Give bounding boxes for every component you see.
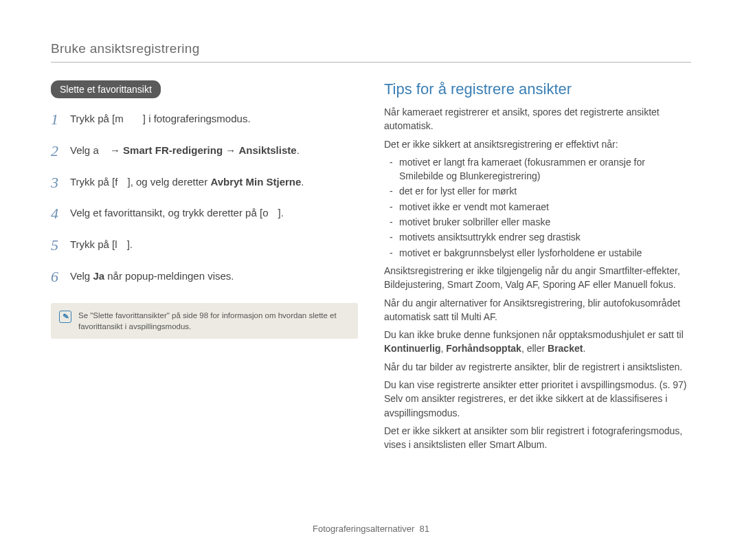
content-columns: Slette et favorittansikt 1 Trykk på [m] … xyxy=(51,80,691,456)
step-5: 5 Trykk på [l]. xyxy=(51,235,358,256)
step-number: 5 xyxy=(51,235,70,256)
step-number: 2 xyxy=(51,141,70,162)
section-header: Bruke ansiktsregistrering xyxy=(51,41,691,56)
step-number: 3 xyxy=(51,172,70,194)
tips-heading: Tips for å registrere ansikter xyxy=(384,80,691,98)
list-item: motivet er bakgrunnsbelyst eller lysforh… xyxy=(390,246,691,260)
tips-paragraph: Når kameraet registrerer et ansikt, spor… xyxy=(384,105,691,133)
step-number: 6 xyxy=(51,267,70,288)
step-text: Velg et favorittansikt, og trykk derette… xyxy=(70,203,284,220)
step-text: Velg Ja når popup-meldingen vises. xyxy=(70,267,234,283)
list-item: motivet bruker solbriller eller maske xyxy=(390,215,691,229)
tips-paragraph: Det er ikke sikkert at ansikter som blir… xyxy=(384,424,691,452)
step-3: 3 Trykk på [f], og velg deretter Avbryt … xyxy=(51,172,358,194)
subsection-pill: Slette et favorittansikt xyxy=(51,80,161,98)
step-number: 1 xyxy=(51,109,70,131)
tips-paragraph: Du kan vise registrerte ansikter etter p… xyxy=(384,378,691,420)
tips-paragraph: Når du tar bilder av registrerte ansikte… xyxy=(384,360,691,374)
step-2: 2 Velg a → Smart FR-redigering → Ansikts… xyxy=(51,141,358,162)
step-text: Trykk på [l]. xyxy=(70,235,133,251)
page-number: 81 xyxy=(419,524,429,534)
list-item: motivets ansiktsuttrykk endrer seg drast… xyxy=(390,230,691,244)
note-text: Se "Slette favorittansikter" på side 98 … xyxy=(78,310,348,332)
step-1: 1 Trykk på [m] i fotograferingsmodus. xyxy=(51,109,358,131)
tips-body: Når kameraet registrerer et ansikt, spor… xyxy=(384,105,691,452)
page-footer: Fotograferingsalternativer 81 xyxy=(0,524,742,534)
list-item: motivet er langt fra kameraet (fokusramm… xyxy=(390,155,691,183)
step-4: 4 Velg et favorittansikt, og trykk deret… xyxy=(51,203,358,225)
step-text: Trykk på [f], og velg deretter Avbryt Mi… xyxy=(70,172,304,189)
step-list: 1 Trykk på [m] i fotograferingsmodus. 2 … xyxy=(51,109,358,288)
footer-section: Fotograferingsalternativer xyxy=(313,524,414,534)
tips-paragraph: Ansiktsregistrering er ikke tilgjengelig… xyxy=(384,264,691,292)
left-column: Slette et favorittansikt 1 Trykk på [m] … xyxy=(51,80,358,456)
list-item: det er for lyst eller for mørkt xyxy=(390,184,691,198)
step-text: Velg a → Smart FR-redigering → Ansiktsli… xyxy=(70,141,300,157)
step-number: 4 xyxy=(51,203,70,225)
note-icon: ✎ xyxy=(59,311,71,323)
tips-bullets: motivet er langt fra kameraet (fokusramm… xyxy=(390,155,691,260)
tips-paragraph: Når du angir alternativer for Ansiktsreg… xyxy=(384,296,691,324)
right-column: Tips for å registrere ansikter Når kamer… xyxy=(384,80,691,456)
tips-paragraph: Det er ikke sikkert at ansiktsregistreri… xyxy=(384,137,691,151)
step-6: 6 Velg Ja når popup-meldingen vises. xyxy=(51,267,358,288)
tips-paragraph: Du kan ikke bruke denne funksjonen når o… xyxy=(384,328,691,356)
header-divider xyxy=(51,62,691,63)
pencil-icon: ✎ xyxy=(62,312,69,322)
step-text: Trykk på [m] i fotograferingsmodus. xyxy=(70,109,251,126)
note-callout: ✎ Se "Slette favorittansikter" på side 9… xyxy=(51,303,358,339)
list-item: motivet ikke er vendt mot kameraet xyxy=(390,200,691,214)
